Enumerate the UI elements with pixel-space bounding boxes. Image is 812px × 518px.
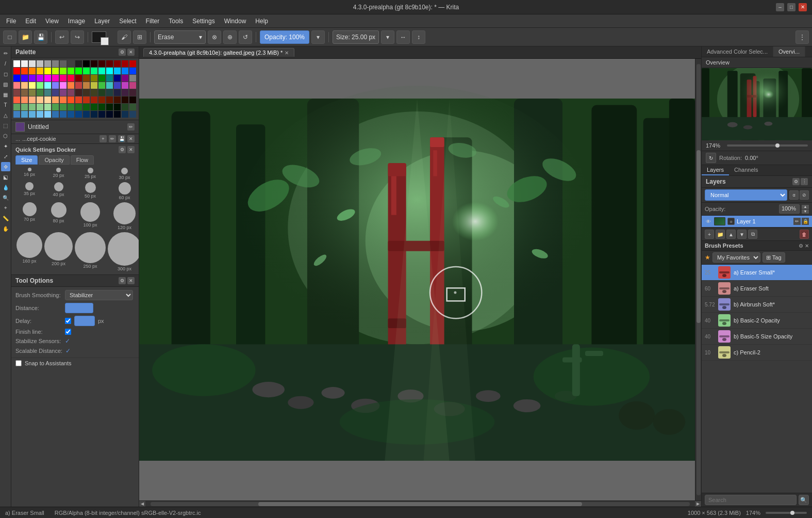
layer-up-btn[interactable]: ▲ xyxy=(726,230,736,239)
palette-color-cell[interactable] xyxy=(83,82,90,89)
delay-input[interactable]: 50 xyxy=(74,316,95,326)
layer-alpha-icon[interactable]: α xyxy=(727,218,735,225)
bp-settings-btn[interactable]: ⚙ xyxy=(799,243,803,249)
brush-preset-item[interactable]: 10c) Pencil-2 xyxy=(702,345,812,361)
palette-color-cell[interactable] xyxy=(83,111,90,118)
palette-color-cell[interactable] xyxy=(91,75,97,82)
palette-color-cell[interactable] xyxy=(29,89,36,96)
palette-color-cell[interactable] xyxy=(75,104,82,110)
brush-preset-item[interactable]: 25a) Eraser Small* xyxy=(702,265,812,281)
palette-color-cell[interactable] xyxy=(29,68,36,74)
palette-color-cell[interactable] xyxy=(60,89,67,96)
menu-item-file[interactable]: File xyxy=(2,17,20,26)
tab-overview[interactable]: Overvi... xyxy=(773,46,805,57)
palette-color-cell[interactable] xyxy=(21,82,28,89)
palette-color-cell[interactable] xyxy=(129,82,136,89)
palette-color-cell[interactable] xyxy=(129,96,136,103)
brush-color-indicator[interactable] xyxy=(15,122,25,132)
finish-line-checkbox[interactable] xyxy=(65,329,71,335)
palette-close-btn[interactable]: ✕ xyxy=(127,48,135,56)
palette-color-cell[interactable] xyxy=(44,82,51,89)
palette-color-cell[interactable] xyxy=(52,89,59,96)
close-button[interactable]: ✕ xyxy=(799,3,807,11)
palette-color-cell[interactable] xyxy=(91,68,97,74)
eyedropper-tool[interactable]: 💧 xyxy=(1,183,10,192)
palette-color-cell[interactable] xyxy=(98,75,105,82)
palette-color-cell[interactable] xyxy=(91,89,97,96)
tab-layers[interactable]: Layers xyxy=(702,165,729,175)
layer-down-btn[interactable]: ▼ xyxy=(737,230,747,239)
layer-edit-btn[interactable]: ✏ xyxy=(793,218,801,225)
palette-color-cell[interactable] xyxy=(114,82,121,89)
palette-color-cell[interactable] xyxy=(21,111,28,118)
palette-color-cell[interactable] xyxy=(21,68,28,74)
shape-tool[interactable]: △ xyxy=(1,110,10,120)
palette-color-cell[interactable] xyxy=(83,96,90,103)
palette-color-cell[interactable] xyxy=(68,111,74,118)
palette-color-cell[interactable] xyxy=(68,75,74,82)
tool-options-settings-btn[interactable]: ⚙ xyxy=(119,277,126,284)
palette-color-cell[interactable] xyxy=(114,89,121,96)
layer-visibility-btn[interactable]: 👁 xyxy=(705,218,712,225)
palette-color-cell[interactable] xyxy=(44,96,51,103)
brush-preset-item[interactable]: 60a) Eraser Soft xyxy=(702,281,812,297)
palette-color-cell[interactable] xyxy=(29,60,36,67)
palette-color-cell[interactable] xyxy=(75,75,82,82)
palette-color-cell[interactable] xyxy=(91,60,97,67)
menu-item-settings[interactable]: Settings xyxy=(188,17,219,26)
brush-size-item[interactable]: 40 px xyxy=(44,182,73,200)
palette-color-cell[interactable] xyxy=(98,111,105,118)
palette-color-cell[interactable] xyxy=(29,96,36,103)
brush-size-item[interactable]: 70 px xyxy=(16,202,42,230)
more-options-btn[interactable]: ⋮ xyxy=(796,30,809,44)
palette-color-cell[interactable] xyxy=(106,89,113,96)
palette-color-cell[interactable] xyxy=(122,111,128,118)
brush-size-item[interactable]: 60 px xyxy=(108,182,139,200)
palette-color-cell[interactable] xyxy=(37,104,43,110)
palette-color-cell[interactable] xyxy=(52,75,59,82)
palette-color-cell[interactable] xyxy=(98,96,105,103)
palette-color-cell[interactable] xyxy=(106,82,113,89)
tool-options-close-btn[interactable]: ✕ xyxy=(127,277,135,284)
canvas-vertical-scrollbar[interactable] xyxy=(695,59,701,500)
qs-settings-btn[interactable]: ⚙ xyxy=(119,146,126,153)
palette-color-cell[interactable] xyxy=(75,60,82,67)
add-group-btn[interactable]: 📁 xyxy=(716,230,725,239)
size-more-btn[interactable]: ▾ xyxy=(381,30,394,44)
canvas-close-icon[interactable]: ✕ xyxy=(285,50,289,56)
palette-color-cell[interactable] xyxy=(13,68,20,74)
alpha-lock-btn[interactable]: α xyxy=(789,190,799,200)
palette-color-cell[interactable] xyxy=(98,104,105,110)
hscroll-track[interactable] xyxy=(151,502,690,506)
palette-color-cell[interactable] xyxy=(52,68,59,74)
hscroll-thumb[interactable] xyxy=(258,502,582,506)
palette-color-cell[interactable] xyxy=(122,60,128,67)
palette-color-cell[interactable] xyxy=(60,111,67,118)
add-preset-btn[interactable]: + xyxy=(100,135,107,142)
palette-color-cell[interactable] xyxy=(37,75,43,82)
palette-color-cell[interactable] xyxy=(106,68,113,74)
palette-color-cell[interactable] xyxy=(114,68,121,74)
gradient-tool[interactable]: ▦ xyxy=(1,90,10,99)
palette-color-cell[interactable] xyxy=(60,104,67,110)
brush-size-item[interactable]: 160 px xyxy=(16,232,42,271)
transform-tool[interactable]: ⤢ xyxy=(1,152,10,161)
palette-color-cell[interactable] xyxy=(114,104,121,110)
palette-color-cell[interactable] xyxy=(68,68,74,74)
brush-size-item[interactable]: 16 px xyxy=(16,168,42,180)
brush-preset-item[interactable]: 40b) Basic-2 Opacity xyxy=(702,313,812,329)
brush-size-item[interactable]: 100 px xyxy=(75,202,106,230)
palette-color-cell[interactable] xyxy=(98,60,105,67)
palette-color-cell[interactable] xyxy=(122,89,128,96)
opacity-control[interactable]: Opacity: 100% xyxy=(260,30,309,44)
measure-tool[interactable]: 📏 xyxy=(1,214,10,223)
copy-merged-btn[interactable]: ⊕ xyxy=(223,30,237,44)
palette-color-cell[interactable] xyxy=(37,111,43,118)
tab-channels[interactable]: Channels xyxy=(729,165,763,175)
palette-color-cell[interactable] xyxy=(91,96,97,103)
maximize-button[interactable]: □ xyxy=(787,3,796,11)
brush-edit-btn[interactable]: ✏ xyxy=(127,123,135,131)
palette-color-cell[interactable] xyxy=(13,89,20,96)
palette-color-cell[interactable] xyxy=(91,82,97,89)
palette-color-cell[interactable] xyxy=(21,75,28,82)
